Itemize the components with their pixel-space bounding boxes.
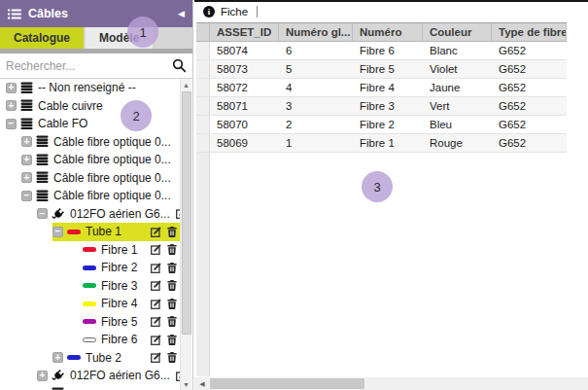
column-header-asset-id[interactable]: ASSET_ID [210, 23, 279, 41]
stack-icon-wrap [36, 154, 49, 166]
scroll-up-icon[interactable]: ▲ [181, 79, 191, 90]
expand-plus-icon[interactable]: + [37, 371, 48, 381]
expand-plus-icon[interactable]: + [21, 155, 32, 165]
search-input[interactable] [6, 59, 172, 73]
table-h-scrollbar-thumb[interactable] [210, 378, 364, 389]
tree-item-fibre-5[interactable]: Fibre 5 [68, 313, 180, 332]
table-row-58074[interactable]: 580746Fibre 6BlancG652 [196, 42, 567, 60]
table-cell: 58074 [210, 42, 279, 59]
edit-button[interactable] [151, 263, 161, 273]
delete-button[interactable] [167, 244, 177, 255]
delete-button[interactable] [167, 352, 177, 363]
table-cell: Fibre 1 [353, 134, 423, 152]
scroll-down-icon[interactable]: ▼ [181, 378, 191, 390]
collapse-minus-icon[interactable]: − [21, 191, 32, 201]
cable-stack-icon [20, 118, 33, 130]
row-actions [145, 335, 177, 345]
tree-item-non-renseign[interactable]: +-- Non renseigné -- [6, 79, 180, 97]
edit-button[interactable] [151, 335, 161, 345]
fibre-color-icon [83, 247, 96, 252]
tree-item-c-ble-fibre-optique-0[interactable]: +Câble fibre optique 0... [21, 151, 180, 169]
trash-icon [167, 227, 177, 237]
expand-plus-icon[interactable]: + [21, 136, 32, 147]
expand-plus-icon[interactable]: + [6, 100, 17, 111]
table-row-58070[interactable]: 580702Fibre 2BleuG652 [196, 116, 567, 134]
tree-item-label: Câble fibre optique 0... [53, 189, 171, 202]
tree-item-fibre-1[interactable]: Fibre 1 [68, 241, 180, 260]
tree-item-cable-cuivre[interactable]: +Cable cuivre [6, 97, 180, 116]
table-cell: 58072 [210, 79, 279, 96]
row-gutter-cell [196, 134, 210, 152]
search-icon[interactable] [172, 58, 187, 73]
row-actions [170, 208, 180, 219]
fibre-color-icon [67, 230, 81, 234]
collapse-minus-icon[interactable]: − [52, 227, 63, 237]
scroll-left-icon[interactable]: ◀ [196, 377, 208, 390]
row-gutter-cell [196, 42, 210, 59]
table-h-scrollbar[interactable]: ◀ [194, 377, 588, 390]
tree-item-012fo-a-rien-g6[interactable]: +012FO aérien G6... [37, 367, 180, 385]
edit-icon [151, 335, 161, 345]
table-cell: 58073 [210, 60, 279, 78]
cable-stack-icon [36, 135, 49, 148]
tree-item-partial[interactable] [37, 385, 180, 390]
column-header-type-de-fibre[interactable]: Type de fibre [492, 23, 567, 41]
detail-panel: i Fiche ASSET_IDNuméro gl...NuméroCouleu… [194, 0, 588, 390]
edit-button[interactable] [151, 299, 161, 309]
edit-button[interactable] [151, 352, 161, 363]
delete-button[interactable] [167, 316, 177, 327]
plug-icon-wrap [52, 207, 65, 221]
trash-icon [167, 280, 177, 291]
edit-icon [151, 352, 161, 363]
tree-item-tube-1[interactable]: −Tube 1 [52, 223, 180, 241]
edit-button[interactable] [151, 244, 161, 255]
edit-button[interactable] [151, 316, 161, 327]
list-icon [8, 9, 21, 19]
delete-button[interactable] [167, 299, 177, 309]
column-header-couleur[interactable]: Couleur [423, 23, 492, 41]
tree-item-label: Fibre 3 [101, 279, 137, 293]
fibre-color-swatch [83, 301, 96, 306]
tree-item-label: Câble fibre optique 0... [53, 153, 171, 166]
expand-plus-icon[interactable]: + [21, 172, 32, 183]
edit-button[interactable] [151, 280, 161, 291]
tab-fiche[interactable]: Fiche [221, 6, 248, 18]
tree-item-c-ble-fibre-optique-0[interactable]: −Câble fibre optique 0... [21, 187, 180, 205]
tree-item-label: Cable FO [38, 117, 87, 130]
table-row-58073[interactable]: 580735Fibre 5VioletG652 [196, 60, 567, 79]
tree-item-fibre-3[interactable]: Fibre 3 [68, 277, 180, 296]
delete-button[interactable] [167, 280, 177, 291]
tree-item-c-ble-fibre-optique-0[interactable]: +Câble fibre optique 0... [21, 169, 180, 188]
tree-item-fibre-2[interactable]: Fibre 2 [68, 259, 180, 277]
delete-button[interactable] [167, 263, 177, 273]
table-row-58069[interactable]: 580691Fibre 1RougeG652 [196, 134, 567, 153]
column-header-num-ro[interactable]: Numéro [353, 23, 423, 41]
table-cell: 58071 [210, 97, 279, 115]
cable-stack-icon [20, 99, 33, 112]
tree-item-fibre-6[interactable]: Fibre 6 [68, 331, 180, 349]
table-cell: G652 [492, 60, 567, 78]
edit-button[interactable] [151, 227, 161, 237]
edit-icon [151, 227, 161, 237]
tree-scrollbar[interactable]: ▲ ▼ [180, 79, 191, 390]
table-row-58071[interactable]: 580713Fibre 3VertG652 [196, 97, 567, 116]
expand-plus-icon[interactable]: + [6, 83, 17, 93]
collapse-panel-icon[interactable]: ◀ [178, 9, 185, 18]
sidebar-header: Câbles ◀ [0, 0, 192, 27]
expand-plus-icon[interactable]: + [52, 352, 63, 363]
delete-button[interactable] [167, 335, 177, 345]
fibre-color-icon [83, 266, 96, 270]
delete-button[interactable] [167, 227, 177, 237]
collapse-minus-icon[interactable]: − [37, 208, 48, 219]
collapse-minus-icon[interactable]: − [6, 119, 17, 129]
tab-catalogue[interactable]: Catalogue [0, 27, 84, 49]
table-row-58072[interactable]: 580724Fibre 4JauneG652 [196, 79, 567, 97]
fibre-color-icon [83, 283, 96, 288]
tree-item-tube-2[interactable]: +Tube 2 [52, 349, 180, 368]
tree-item-012fo-a-rien-g6[interactable]: −012FO aérien G6... [37, 205, 180, 224]
tree-item-fibre-4[interactable]: Fibre 4 [68, 295, 180, 313]
tree-item-c-ble-fibre-optique-0[interactable]: +Câble fibre optique 0... [21, 133, 180, 152]
tree-item-cable-fo[interactable]: −Cable FO [6, 115, 180, 133]
tree-scrollbar-thumb[interactable] [182, 91, 191, 335]
column-header-num-ro-gl[interactable]: Numéro gl... [279, 23, 353, 41]
